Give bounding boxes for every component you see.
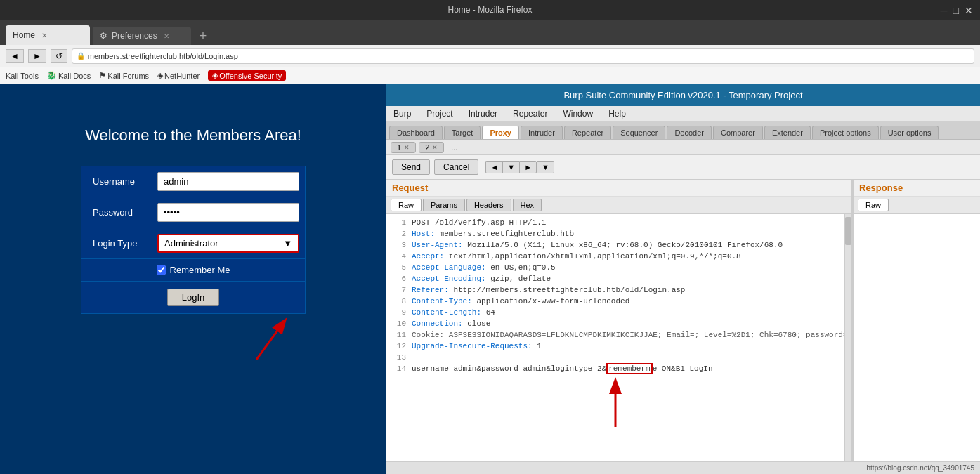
login-type-label: Login Type [81,238,152,249]
reload-btn[interactable]: ↺ [51,49,67,63]
close-req-1[interactable]: ✕ [404,144,410,151]
menu-project[interactable]: Project [424,107,455,120]
nav-forward-button[interactable]: ► [519,161,537,173]
line-7: 7 Referer: http://members.streetfighterc… [386,284,844,296]
red-arrow-request [594,374,636,430]
line-8: 8 Content-Type: application/x-www-form-u… [386,296,844,307]
close-btn[interactable]: ✕ [965,5,973,16]
nav-dropdown-forward[interactable]: ▼ [537,161,554,173]
inner-tab-headers[interactable]: Headers [466,199,511,211]
tab-preferences[interactable]: ⚙ Preferences ✕ [93,27,191,45]
line-10: 10 Connection: close [386,318,844,329]
url-text: members.streetfighterclub.htb/old/Login.… [88,52,238,60]
scrollbar[interactable] [844,214,851,461]
burp-toolbar: Send Cancel ◄ ▼ ► ▼ [386,155,980,180]
line-6: 6 Accept-Encoding: gzip, deflate [386,273,844,284]
tab-decoder[interactable]: Decoder [667,126,712,139]
menu-window[interactable]: Window [560,107,596,120]
menu-intruder[interactable]: Intruder [466,107,500,120]
burp-statusbar: https://blog.csdn.net/qq_34901745 [386,461,980,474]
preferences-tab-label: Preferences [112,31,157,41]
bookmark-offensive-security[interactable]: ◈ Offensive Security [208,70,286,81]
request-tab-2[interactable]: 2 ✕ [419,142,444,153]
request-header: Request [386,180,851,197]
line-14: 14 username=admin&password=admin&loginty… [386,363,844,374]
bookmark-nethunter[interactable]: ◈ NetHunter [157,71,200,80]
line-3: 3 User-Agent: Mozilla/5.0 (X11; Linux x8… [386,239,844,251]
browser-title: Home - Mozilla Firefox [447,5,532,15]
line-4: 4 Accept: text/html,application/xhtml+xm… [386,251,844,262]
tab-home[interactable]: Home ✕ [6,25,90,45]
page-title: Welcome to the Members Area! [85,126,301,145]
line-12: 12 Upgrade-Insecure-Requests: 1 [386,341,844,352]
dropdown-arrow-icon: ▼ [283,238,292,249]
request-inner-tabs: Raw Params Headers Hex [386,197,851,214]
inner-tab-hex[interactable]: Hex [513,199,542,211]
tab-extender[interactable]: Extender [764,126,811,139]
tab-user-options[interactable]: User options [880,126,939,139]
back-btn[interactable]: ◄ [6,49,24,63]
line-2: 2 Host: members.streetfighterclub.htb [386,228,844,239]
svg-line-1 [256,321,285,360]
send-button[interactable]: Send [392,159,430,175]
remember-me-checkbox[interactable] [157,265,166,275]
menu-burp[interactable]: Burp [391,107,414,120]
inner-tab-params[interactable]: Params [423,199,465,211]
cancel-button[interactable]: Cancel [434,159,478,175]
tab-comparer[interactable]: Comparer [713,126,763,139]
forward-btn[interactable]: ► [28,49,46,63]
password-label: Password [81,207,152,218]
password-input[interactable] [157,203,299,222]
line-11: 11 Cookie: ASPSESSIONIDAQARASDS=LFLDKNLC… [386,329,844,341]
plus-icon: + [200,29,207,44]
line-1: 1 POST /old/verify.asp HTTP/1.1 [386,217,844,228]
login-button[interactable]: LogIn [167,289,220,306]
response-header: Response [854,180,980,197]
inner-tab-raw[interactable]: Raw [391,199,422,211]
tab-repeater[interactable]: Repeater [564,126,611,139]
line-9: 9 Content-Length: 64 [386,307,844,318]
red-arrow [214,314,299,363]
minimize-btn[interactable]: ─ [941,5,948,16]
preferences-tab-close[interactable]: ✕ [162,31,171,41]
new-tab-button[interactable]: + [194,27,212,45]
bookmark-kali-forums[interactable]: ⚑ Kali Forums [99,71,149,80]
maximize-btn[interactable]: □ [953,5,959,16]
burp-titlebar: Burp Suite Community Edition v2020.1 - T… [386,84,980,106]
remember-me-label: Remember Me [170,265,230,275]
nav-dropdown-back[interactable]: ▼ [502,161,519,173]
tab-project-options[interactable]: Project options [812,126,879,139]
tab-target[interactable]: Target [444,126,481,139]
response-content [854,214,980,461]
nav-back-button[interactable]: ◄ [485,161,502,173]
tab-proxy[interactable]: Proxy [482,126,519,139]
lock-icon: 🔒 [77,52,85,60]
home-tab-label: Home [13,30,35,40]
burp-tabs-bar: Dashboard Target Proxy Intruder Repeater… [386,121,980,140]
bookmark-kali-docs[interactable]: 🐉 Kali Docs [47,71,91,80]
response-tab-raw[interactable]: Raw [858,199,889,211]
request-content[interactable]: 1 POST /old/verify.asp HTTP/1.1 2 Host: … [386,214,844,461]
close-req-2[interactable]: ✕ [432,144,438,151]
username-label: Username [81,176,152,187]
tab-dashboard[interactable]: Dashboard [389,126,443,139]
request-tab-ellipsis[interactable]: ... [447,143,462,152]
tab-sequencer[interactable]: Sequencer [613,126,665,139]
menu-repeater[interactable]: Repeater [510,107,550,120]
home-tab-close[interactable]: ✕ [39,30,49,40]
burp-menubar: Burp Project Intruder Repeater Window He… [386,106,980,121]
login-form: Username Password Login Type Administrat… [81,166,306,314]
login-type-select[interactable]: Administrator ▼ [157,234,299,253]
username-input[interactable] [157,172,299,191]
menu-help[interactable]: Help [606,107,629,120]
request-tabs-bar: 1 ✕ 2 ✕ ... [386,140,980,155]
line-5: 5 Accept-Language: en-US,en;q=0.5 [386,262,844,273]
line-13: 13 [386,352,844,363]
address-bar[interactable]: 🔒 members.streetfighterclub.htb/old/Logi… [72,48,974,64]
request-tab-1[interactable]: 1 ✕ [391,142,416,153]
bookmark-kali-tools[interactable]: Kali Tools [6,72,39,80]
gear-icon: ⚙ [100,31,107,41]
response-inner-tabs: Raw [854,197,980,214]
tab-intruder[interactable]: Intruder [521,126,563,139]
